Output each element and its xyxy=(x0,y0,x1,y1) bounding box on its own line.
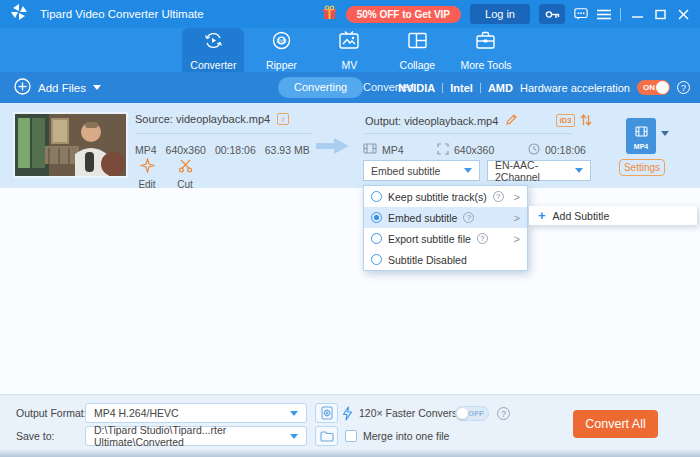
minimize-button[interactable] xyxy=(630,7,644,21)
faster-conversion-toggle[interactable]: OFF xyxy=(455,406,489,421)
output-duration-value: 00:18:06 xyxy=(545,144,586,156)
converter-toolbar: Add Files Converting Converted NVIDIA In… xyxy=(0,72,700,103)
brand-nvidia: NVIDIA xyxy=(398,82,435,94)
menu-item-subtitle-disabled[interactable]: Subtitle Disabled xyxy=(364,249,527,270)
settings-button[interactable]: Settings xyxy=(619,159,665,176)
tab-collage-label: Collage xyxy=(400,59,436,71)
vip-offer-badge[interactable]: 50% OFF to Get VIP xyxy=(346,6,461,23)
lightning-icon xyxy=(342,406,353,425)
open-folder-button[interactable] xyxy=(315,426,338,446)
output-format-field-label: Output Format: xyxy=(16,403,87,423)
tab-converter-label: Converter xyxy=(190,59,236,71)
title-bar: Tipard Video Converter Ultimate 50% OFF … xyxy=(0,0,700,28)
edit-button[interactable]: Edit xyxy=(132,158,162,190)
gear-file-icon xyxy=(320,406,334,420)
folder-icon xyxy=(320,430,334,442)
faster-conversion-help-icon[interactable]: ? xyxy=(497,407,510,420)
menu-item-keep-subtitle[interactable]: Keep subtitle track(s) ? > xyxy=(364,186,527,207)
convert-flow-arrow-icon xyxy=(316,136,350,160)
tab-more-tools[interactable]: More Tools xyxy=(454,28,517,72)
submenu-chevron-icon: > xyxy=(514,191,520,203)
source-divider xyxy=(135,133,313,134)
add-files-button[interactable]: Add Files xyxy=(14,77,101,98)
toolbox-icon xyxy=(475,30,496,55)
submenu-chevron-icon: > xyxy=(514,233,520,245)
merge-checkbox[interactable] xyxy=(345,430,357,442)
tab-ripper[interactable]: DVD Ripper xyxy=(250,28,312,72)
chevron-down-icon xyxy=(290,411,298,416)
radio-unselected-icon xyxy=(371,254,382,265)
rename-pencil-icon[interactable] xyxy=(505,113,518,128)
source-size: 63.93 MB xyxy=(265,144,310,156)
hardware-acceleration-toggle[interactable]: ON xyxy=(637,80,670,95)
format-chevron-down-icon[interactable] xyxy=(661,131,669,136)
app-window: Tipard Video Converter Ultimate 50% OFF … xyxy=(0,0,700,457)
output-filename: Output: videoplayback.mp4 xyxy=(365,115,498,127)
audio-select-value: EN-AAC-2Channel xyxy=(495,159,575,183)
cut-label: Cut xyxy=(177,179,193,190)
help-icon[interactable]: ? xyxy=(463,212,474,223)
info-icon[interactable]: i xyxy=(277,113,289,125)
source-filename: Source: videoplayback.mp4 xyxy=(135,113,270,125)
subtitle-select[interactable]: Embed subtitle xyxy=(363,160,480,181)
output-format-value: MP4 xyxy=(382,144,404,156)
source-duration: 00:18:06 xyxy=(215,144,256,156)
format-settings-button[interactable] xyxy=(315,403,338,423)
gift-icon[interactable] xyxy=(322,5,337,24)
menu-icon[interactable] xyxy=(597,7,611,21)
subtitle-select-value: Embed subtitle xyxy=(371,165,440,177)
menu-item-embed-subtitle[interactable]: Embed subtitle ? > xyxy=(364,207,527,228)
output-format-select[interactable]: MP4 H.264/HEVC xyxy=(85,403,307,423)
hardware-acceleration-cluster: NVIDIA Intel AMD Hardware acceleration O… xyxy=(398,72,690,103)
clock-icon xyxy=(528,143,540,157)
add-subtitle-menu-item[interactable]: + Add Subtitle xyxy=(529,206,697,225)
help-icon[interactable]: ? xyxy=(493,191,504,202)
cut-button[interactable]: Cut xyxy=(170,158,200,190)
register-key-button[interactable] xyxy=(539,4,565,24)
menu-item-label: Keep subtitle track(s) xyxy=(388,191,487,203)
source-resolution: 640x360 xyxy=(166,144,206,156)
svg-text:DVD: DVD xyxy=(277,38,287,43)
help-icon[interactable]: ? xyxy=(477,233,488,244)
login-button[interactable]: Log in xyxy=(470,4,530,24)
main-nav: Converter DVD Ripper MV Collage More Too… xyxy=(0,28,700,72)
toggle-on-label: ON xyxy=(643,80,655,95)
convert-all-button[interactable]: Convert All xyxy=(573,410,658,438)
merge-label: Merge into one file xyxy=(363,426,449,446)
audio-track-select[interactable]: EN-AAC-2Channel xyxy=(487,160,591,181)
titlebar-divider xyxy=(620,8,621,21)
brand-amd: AMD xyxy=(488,82,513,94)
output-resolution-value: 640x360 xyxy=(454,144,494,156)
video-thumbnail[interactable] xyxy=(13,112,128,178)
toggle-knob xyxy=(457,408,468,419)
media-file-row[interactable]: Source: videoplayback.mp4 i MP4 640x360 … xyxy=(0,103,700,188)
id3-tag-button[interactable]: ID3 xyxy=(556,114,575,127)
tab-converter[interactable]: Converter xyxy=(182,28,244,72)
close-button[interactable] xyxy=(676,7,690,21)
menu-item-label: Embed subtitle xyxy=(388,212,457,224)
add-circle-icon xyxy=(14,78,31,97)
output-format-button[interactable]: MP4 xyxy=(626,118,656,154)
save-to-select[interactable]: D:\Tipard Studio\Tipard...rter Ultimate\… xyxy=(85,426,307,446)
radio-unselected-icon xyxy=(371,233,382,244)
feedback-icon[interactable] xyxy=(574,7,588,21)
toggle-knob xyxy=(656,81,669,94)
tab-collage[interactable]: Collage xyxy=(386,28,448,72)
hardware-acceleration-help-icon[interactable]: ? xyxy=(677,81,690,94)
radio-unselected-icon xyxy=(371,191,382,202)
tab-mv[interactable]: MV xyxy=(318,28,380,72)
edit-label: Edit xyxy=(138,179,155,190)
save-to-select-value: D:\Tipard Studio\Tipard...rter Ultimate\… xyxy=(94,424,290,448)
chevron-down-icon xyxy=(93,85,101,90)
submenu-chevron-icon: > xyxy=(514,212,520,224)
menu-item-export-subtitle[interactable]: Export subtitle file ? > xyxy=(364,228,527,249)
mv-screen-icon xyxy=(338,30,360,55)
edit-wand-icon xyxy=(140,158,155,177)
swap-arrows-icon[interactable] xyxy=(580,113,592,131)
film-icon xyxy=(363,143,377,156)
add-files-label: Add Files xyxy=(38,82,86,94)
window-title: Tipard Video Converter Ultimate xyxy=(40,8,204,20)
converting-tab[interactable]: Converting xyxy=(278,77,363,98)
maximize-button[interactable] xyxy=(653,7,667,21)
output-format-select-value: MP4 H.264/HEVC xyxy=(94,407,179,419)
